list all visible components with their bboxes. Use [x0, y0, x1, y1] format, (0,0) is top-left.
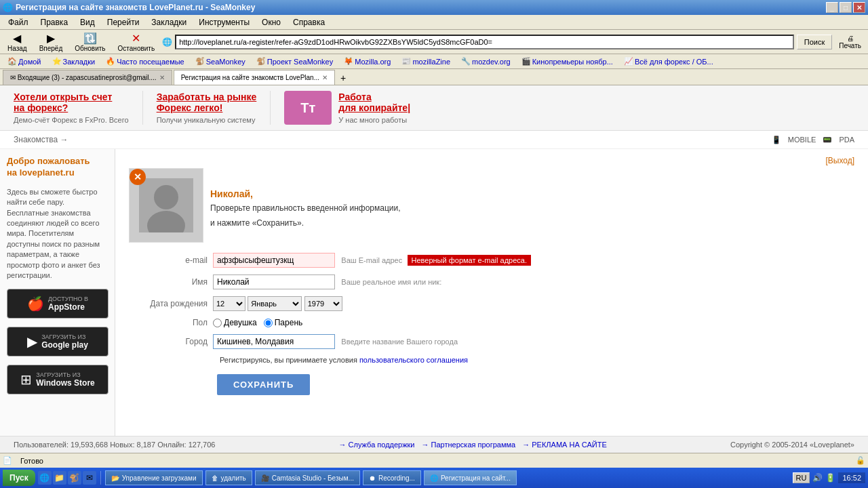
ie-icon[interactable]: 🌐: [38, 471, 52, 485]
bk-kino[interactable]: 🎬Кинопремьеры ноябр...: [517, 56, 618, 67]
print-button[interactable]: 🖨 Печать: [835, 33, 865, 51]
menu-bookmarks[interactable]: Закладки: [146, 16, 192, 28]
menu-view[interactable]: Вид: [75, 16, 100, 28]
menu-window[interactable]: Окно: [256, 16, 286, 28]
gender-male-radio[interactable]: [264, 319, 273, 327]
tray-icon-1: 🔊: [812, 473, 823, 483]
bk-mozdev[interactable]: 🔧mozdev.org: [456, 56, 515, 67]
email-input[interactable]: [213, 253, 335, 268]
save-button[interactable]: СОХРАНИТЬ: [217, 374, 310, 395]
bk-seamonkey-project[interactable]: 🐒Проект SeaMonkey: [252, 56, 338, 67]
bk-forex[interactable]: 📈Всё для форекс / ОБ...: [619, 56, 718, 67]
menu-tools[interactable]: Инструменты: [193, 16, 255, 28]
bk-home-label: Домой: [18, 58, 41, 66]
ad-earn-title[interactable]: Заработать на рынке Форекс легко!: [157, 92, 257, 113]
maximize-button[interactable]: □: [840, 2, 852, 13]
terms-link[interactable]: пользовательского соглашения: [359, 356, 468, 364]
menu-file[interactable]: Файл: [3, 16, 34, 28]
taskbar-quick-launch: 🌐 📁 🐒 ✉: [38, 471, 96, 485]
email-row: e-mail Ваш E-mail адрес Неверный формат …: [129, 249, 854, 271]
user-greeting: Николай,: [210, 188, 401, 199]
stop-icon: ✕: [132, 32, 140, 45]
tab-mail-close[interactable]: ✕: [159, 74, 165, 81]
pda-icon: 📟: [823, 136, 832, 144]
bk-frequent-label: Часто посещаемые: [117, 58, 184, 66]
folder-icon[interactable]: 📁: [53, 471, 66, 485]
fox-icon: 🦊: [344, 57, 353, 66]
tab-register-close[interactable]: ✕: [322, 74, 328, 81]
footer-support[interactable]: Служба поддержки: [339, 441, 415, 449]
logout-button[interactable]: [Выход]: [825, 156, 854, 165]
address-input[interactable]: [175, 35, 794, 49]
menu-help[interactable]: Справка: [288, 16, 330, 28]
taskbar-task-3[interactable]: ⏺ Recording...: [363, 470, 421, 485]
gender-male-option[interactable]: Парень: [264, 318, 303, 327]
menu-edit[interactable]: Правка: [35, 16, 74, 28]
ad-work-title[interactable]: Работа для копирайте|: [338, 92, 410, 113]
footer-partner[interactable]: Партнерская программа: [422, 441, 516, 449]
windows-label: ЗАГРУЗИТЬ ИЗ Windows Store: [36, 371, 95, 388]
start-button[interactable]: Пуск: [3, 470, 35, 486]
city-hint: Введите название Вашего города: [341, 338, 458, 346]
google-icon: ▶: [27, 333, 37, 350]
reload-button[interactable]: 🔃 Обновить: [70, 30, 110, 54]
taskbar-task-1[interactable]: 🗑 удалить: [205, 470, 252, 485]
email-taskbar-icon[interactable]: ✉: [83, 471, 96, 485]
birth-year-select[interactable]: 1979: [304, 296, 342, 311]
pda-link[interactable]: PDA: [839, 136, 854, 144]
bookmarks-bar: 🏠Домой ⭐Закладки 🔥Часто посещаемые 🐒SeaM…: [0, 54, 868, 69]
stop-label: Остановить: [118, 45, 155, 52]
gender-female-option[interactable]: Девушка: [213, 318, 257, 327]
forward-icon: ▶: [47, 32, 55, 45]
footer-links: Служба поддержки Партнерская программа Р…: [339, 441, 607, 449]
back-button[interactable]: ◀ Назад: [3, 30, 32, 54]
google-play-button[interactable]: ▶ ЗАГРУЗИТЬ ИЗ Google play: [7, 327, 108, 357]
apple-icon: 🍎: [27, 296, 44, 312]
windows-store-button[interactable]: ⊞ ЗАГРУЗИТЬ ИЗ Windows Store: [7, 365, 108, 394]
taskbar-task-2[interactable]: 🎥 Camtasia Studio - Безым...: [255, 470, 360, 485]
registration-area: [Выход] ✕ Николай,: [115, 149, 868, 436]
tab-register[interactable]: Регистрация на сайте знакомств LovePlan.…: [174, 70, 335, 85]
bk-home[interactable]: 🏠Домой: [3, 56, 46, 67]
birth-day-select[interactable]: 12: [213, 296, 245, 311]
google-sub: ЗАГРУЗИТЬ ИЗ: [41, 333, 88, 340]
email-label: e-mail: [129, 249, 210, 271]
taskbar-task-0[interactable]: 📂 Управление загрузками: [105, 470, 203, 485]
taskbar-task-0-icon: 📂: [111, 474, 119, 482]
tab-mail-label: ✉ Входящие (3) - zapascusatineprosit@gma…: [10, 74, 157, 81]
name-input[interactable]: [213, 274, 335, 289]
browser-window: 🌐 Регистрация на сайте знакомств LovePla…: [0, 0, 868, 488]
birth-month-select[interactable]: Январь Февраль Март Апрель Май Июнь Июль…: [248, 296, 302, 311]
city-input[interactable]: [213, 334, 335, 349]
terms-text: Регистрируясь, вы принимаете условия пол…: [132, 356, 852, 364]
appstore-button[interactable]: 🍎 ДОСТУПНО В AppStore: [7, 289, 108, 319]
taskbar-task-4[interactable]: 🌐 Регистрация на сайт...: [424, 470, 517, 485]
ad-forex-title[interactable]: Хотели открыть счет на форекс?: [14, 92, 129, 113]
tab-mail[interactable]: ✉ Входящие (3) - zapascusatineprosit@gma…: [3, 70, 172, 85]
close-button[interactable]: ✕: [853, 2, 865, 13]
new-tab-button[interactable]: +: [336, 71, 350, 85]
bk-mozillazine[interactable]: 📰mozillaZine: [397, 56, 455, 67]
lang-button[interactable]: RU: [793, 472, 810, 483]
taskbar-task-2-icon: 🎥: [261, 474, 269, 482]
title-bar-left: 🌐 Регистрация на сайте знакомств LovePla…: [3, 3, 255, 12]
bk-mozilla[interactable]: 🦊Mozilla.org: [339, 56, 395, 67]
mobile-link[interactable]: MOBILE: [788, 136, 816, 144]
minimize-button[interactable]: _: [826, 2, 838, 13]
sidebar-welcome: Добро пожаловать на loveplanet.ru: [7, 156, 108, 179]
footer-ads[interactable]: РЕКЛАМА НА САЙТЕ: [522, 441, 607, 449]
bk-seamonkey[interactable]: 🐒SeaMonkey: [191, 56, 250, 67]
windows-icon: ⊞: [20, 371, 32, 388]
bk-bookmarks[interactable]: ⭐Закладки: [47, 56, 100, 67]
bk-frequent[interactable]: 🔥Часто посещаемые: [101, 56, 189, 67]
search-button[interactable]: Поиск: [797, 35, 832, 49]
bk-kino-label: Кинопремьеры ноябр...: [532, 58, 613, 66]
menu-go[interactable]: Перейти: [102, 16, 145, 28]
monkey-taskbar-icon[interactable]: 🐒: [68, 471, 81, 485]
windows-main: Windows Store: [36, 378, 95, 388]
gender-female-radio[interactable]: [213, 319, 222, 327]
lock-icon: 🌐: [162, 37, 172, 47]
forward-button[interactable]: ▶ Вперёд: [35, 30, 68, 54]
tool-icon: 🔧: [461, 57, 471, 66]
stop-button[interactable]: ✕ Остановить: [113, 30, 160, 54]
